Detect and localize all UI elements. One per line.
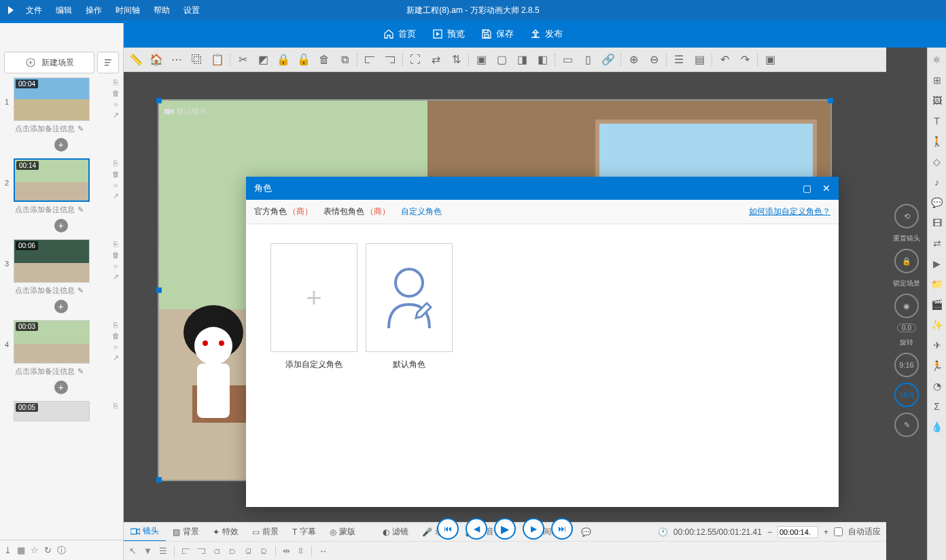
align-center-icon[interactable]: ⫎ [381, 50, 400, 69]
ruler-icon[interactable]: 📏 [126, 50, 145, 69]
components-icon[interactable]: ⚛ [930, 53, 944, 67]
trash-icon[interactable]: 🗑 [315, 50, 334, 69]
tab-effects[interactable]: ✦特效 [206, 523, 245, 542]
delete-icon[interactable]: 🗑 [111, 169, 120, 179]
link-icon[interactable]: 🔗 [599, 50, 618, 69]
backward-icon[interactable]: ◧ [533, 50, 552, 69]
publish-action[interactable]: 发布 [530, 28, 563, 40]
insert-scene-button[interactable]: + [54, 300, 68, 313]
undo-icon[interactable]: ↶ [715, 50, 734, 69]
send-back-icon[interactable]: ▢ [492, 50, 511, 69]
align-c-icon[interactable]: ⫎ [197, 546, 206, 556]
scene-thumbnail[interactable]: 00:06 [14, 239, 90, 283]
scene-note[interactable]: 点击添加备注信息✎ [14, 202, 108, 217]
layers2-icon[interactable]: ☰ [159, 546, 167, 556]
next-button[interactable]: ⏭ [551, 518, 573, 540]
delete-icon[interactable]: 🗑 [111, 88, 120, 98]
home-tool-icon[interactable]: 🏠 [147, 50, 166, 69]
share-icon[interactable]: ↗ [111, 191, 120, 200]
callout-icon[interactable]: 💬 [930, 196, 944, 209]
camera-tool-icon[interactable]: ▣ [760, 50, 779, 69]
sort-scenes-button[interactable] [97, 52, 119, 73]
funnel-icon[interactable]: ▼ [143, 546, 152, 556]
tab-official-role[interactable]: 官方角色（商） [254, 206, 313, 217]
zoom-in-icon[interactable]: ⊕ [624, 50, 643, 69]
default-role-box[interactable] [366, 243, 453, 352]
tab-foreground[interactable]: ▭前景 [245, 523, 285, 542]
home-action[interactable]: 首页 [383, 28, 416, 40]
lock-icon[interactable]: 🔒 [274, 50, 293, 69]
plane-icon[interactable]: ✈ [930, 338, 944, 352]
delete-icon[interactable]: 🗑 [111, 331, 120, 340]
walk-icon[interactable]: 🏃 [930, 359, 944, 372]
panel-icon[interactable]: ▤ [690, 50, 709, 69]
bookmark-icon[interactable]: ⟐ [111, 261, 120, 270]
scene-thumbnail[interactable]: 00:05 [14, 401, 90, 421]
layers-icon[interactable]: ☰ [669, 50, 688, 69]
bookmark-icon[interactable]: ⟐ [111, 342, 120, 351]
dist-v-icon[interactable]: ⇳ [297, 546, 304, 556]
align-r-icon[interactable]: ⫏ [213, 546, 222, 556]
group-icon[interactable]: ▭ [558, 50, 577, 69]
scene-note[interactable]: 点击添加备注信息✎ [14, 121, 108, 137]
rotate-dial[interactable]: ◉ [894, 294, 919, 318]
insert-scene-button[interactable]: + [54, 138, 68, 152]
star-icon[interactable]: ☆ [31, 545, 39, 555]
more-icon[interactable]: ⋯ [167, 50, 186, 69]
insert-scene-button[interactable]: + [54, 381, 68, 394]
time-plus[interactable]: + [824, 527, 828, 537]
bookmark-icon[interactable]: ⟐ [111, 99, 120, 109]
align-b-icon[interactable]: ⫒ [260, 546, 268, 556]
menu-action[interactable]: 操作 [79, 0, 109, 20]
merge-icon[interactable]: ⧉ [335, 50, 354, 69]
new-scene-button[interactable]: 新建场景 [4, 52, 94, 73]
paste-tool-icon[interactable]: 📋 [208, 50, 227, 69]
info-icon[interactable]: ⓘ [57, 544, 66, 557]
add-role-box[interactable]: + [270, 243, 357, 352]
share-icon[interactable]: ↗ [111, 353, 120, 362]
swap-icon[interactable]: ⇄ [930, 237, 944, 250]
tab-mask[interactable]: ◎蒙版 [323, 523, 362, 542]
image-icon[interactable]: 🖼 [930, 94, 944, 107]
expand-icon[interactable]: ▶ [930, 257, 944, 270]
flip-v-icon[interactable]: ⇅ [446, 50, 466, 69]
unlock-icon[interactable]: 🔓 [294, 50, 313, 69]
ungroup-icon[interactable]: ▯ [578, 50, 597, 69]
reset-camera-button[interactable]: ⟲ [894, 204, 919, 228]
scene-thumbnail[interactable]: 00:03 [14, 320, 90, 364]
scene-item[interactable]: 4 00:03 点击添加备注信息✎ + ⎘ 🗑 ⟐ ↗ [3, 320, 120, 396]
close-icon[interactable]: ✕ [822, 183, 830, 194]
step-fwd-button[interactable]: ▶ [523, 518, 544, 540]
scene-thumbnail[interactable]: 00:14 [14, 158, 90, 202]
scene-thumbnail[interactable]: 00:04 [14, 77, 90, 121]
bring-front-icon[interactable]: ▣ [472, 50, 491, 69]
menu-timeline[interactable]: 时间轴 [109, 0, 147, 20]
scene-note[interactable]: 点击添加备注信息✎ [14, 364, 108, 379]
redo-icon[interactable]: ↷ [735, 50, 754, 69]
tab-emoji-role[interactable]: 表情包角色（商） [323, 206, 390, 217]
play-button[interactable]: ▶ [494, 518, 516, 540]
scene-note[interactable]: 点击添加备注信息✎ [14, 283, 108, 298]
drop-icon[interactable]: 💧 [930, 420, 944, 434]
video-icon[interactable]: 🎞 [930, 216, 944, 230]
tab-subtitle[interactable]: T字幕 [285, 523, 323, 542]
music-icon[interactable]: ♪ [930, 175, 944, 189]
insert-scene-button[interactable]: + [54, 219, 68, 232]
folder-icon[interactable]: 📁 [930, 277, 944, 291]
dist-h-icon[interactable]: ⇹ [283, 546, 290, 556]
copy-icon[interactable]: ⎘ [111, 158, 120, 168]
fit-icon[interactable]: ⛶ [406, 50, 425, 69]
ratio-916-button[interactable]: 9:16 [894, 353, 919, 377]
spread-icon[interactable]: ↔ [319, 546, 328, 556]
copy-tool-icon[interactable]: ⿻ [188, 50, 207, 69]
menu-settings[interactable]: 设置 [177, 0, 207, 20]
copy-icon[interactable]: ⎘ [111, 239, 120, 249]
scene-item[interactable]: 1 00:04 点击添加备注信息✎ + ⎘ 🗑 ⟐ ↗ [3, 77, 120, 153]
export-icon[interactable]: ⤓ [4, 545, 12, 555]
time-minus[interactable]: − [767, 527, 772, 537]
delete-icon[interactable]: 🗑 [111, 250, 120, 260]
zoom-out-icon[interactable]: ⊖ [644, 50, 663, 69]
preview-action[interactable]: 预览 [432, 28, 465, 40]
film-icon[interactable]: 🎬 [930, 298, 944, 311]
copy-icon[interactable]: ⎘ [111, 77, 120, 87]
